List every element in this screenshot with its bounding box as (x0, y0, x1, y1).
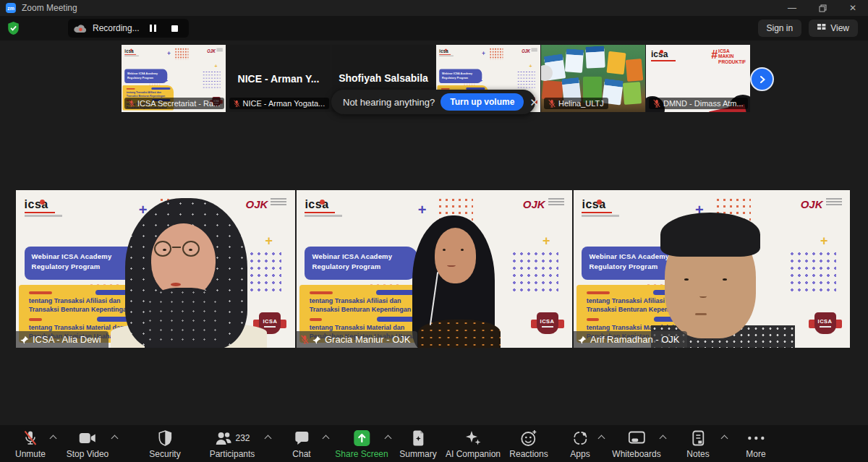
title-bar: zm Zoom Meeting — ✕ (0, 0, 868, 16)
more-dots-icon (747, 436, 765, 440)
spotlight-pin-icon (312, 335, 321, 344)
meeting-info-bar: Recording... Sign in View (0, 16, 868, 40)
muted-mic-icon (548, 99, 556, 108)
apps-button[interactable]: Apps (570, 430, 590, 459)
close-button[interactable]: ✕ (838, 0, 868, 16)
restore-icon (819, 4, 827, 12)
ojk-logo: OJK (207, 48, 223, 54)
cloud-recording-icon (74, 24, 87, 33)
recording-indicator: Recording... (68, 19, 189, 38)
audio-notification-toast: Not hearing anything? Turn up volume ✕ (331, 90, 535, 114)
turn-up-volume-button[interactable]: Turn up volume (441, 93, 524, 111)
plus-decoration: + (480, 79, 482, 84)
encryption-shield-icon[interactable] (7, 21, 20, 35)
dots-decoration (517, 70, 535, 88)
webinar-title-box: Webinar ICSA Academy Regulatory Program (124, 69, 167, 84)
video-name-tag: ICSA - Alia Dewi (16, 331, 109, 348)
video-tile-arif-ramadhan[interactable]: icsa OJK + + + Webinar ICSA Academy Regu… (574, 190, 850, 348)
ai-companion-icon (464, 429, 482, 447)
summary-button[interactable]: Summary (399, 430, 436, 459)
participants-count: 232 (235, 433, 250, 443)
video-tile-alia-dewi[interactable]: icsa OJK + + + Webinar ICSA Academy Regu… (16, 190, 295, 348)
participant-video-alia-dewi (16, 190, 295, 348)
minimize-button[interactable]: — (777, 0, 807, 16)
webinar-title-box: Webinar ICSA Academy Regulatory Program (439, 69, 482, 84)
unmute-button[interactable]: Unmute (15, 430, 46, 459)
icsa-logo: icsa (439, 48, 454, 56)
chat-button[interactable]: Chat (292, 430, 310, 459)
ai-companion-button[interactable]: AI Companion (446, 430, 501, 459)
icsa-makin-produktif-text: # ICSAMAKINPRODUKTIF (711, 48, 746, 64)
whiteboard-icon (628, 431, 645, 445)
chevron-right-icon (758, 75, 767, 84)
restore-button[interactable] (807, 0, 838, 16)
zoom-meeting-window: zm Zoom Meeting — ✕ Recording... Sign in… (0, 0, 868, 462)
stop-recording-button[interactable] (167, 21, 183, 35)
next-participants-page-button[interactable] (750, 67, 774, 91)
chat-options-chevron[interactable] (323, 435, 330, 442)
recording-label: Recording... (93, 23, 140, 33)
meeting-toolbar: Unmute Stop Video Security 232 Participa… (0, 425, 868, 462)
spotlight-pin-icon (578, 335, 587, 344)
unmute-options-chevron[interactable] (50, 435, 57, 442)
plus-decoration: + (482, 50, 485, 56)
participant-name-tag: DMND - Dimass Atm... (649, 98, 748, 109)
thumbnail-icsa-secretariat[interactable]: icsa OJK + + + Webinar ICSA Academy Regu… (122, 45, 226, 112)
participants-button[interactable]: 232 Participants (210, 430, 255, 459)
plus-decoration: + (167, 50, 170, 56)
stop-video-button[interactable]: Stop Video (67, 430, 109, 459)
plus-decoration: + (529, 64, 532, 69)
video-tile-gracia-maniur[interactable]: icsa OJK + + + Webinar ICSA Academy Regu… (297, 190, 572, 348)
apps-options-chevron[interactable] (598, 435, 605, 442)
security-shield-icon (158, 430, 172, 446)
dots-decoration (203, 70, 221, 88)
thumbnail-nice-arman[interactable]: NICE - Arman Y... NICE - Arman Yogata... (226, 45, 331, 112)
view-button[interactable]: View (809, 20, 858, 37)
toast-close-icon[interactable]: ✕ (529, 97, 539, 108)
muted-mic-icon (129, 99, 135, 108)
notes-options-chevron[interactable] (721, 435, 728, 442)
muted-mic-icon (234, 99, 240, 108)
more-button[interactable]: More (746, 430, 765, 459)
toast-message: Not hearing anything? (343, 97, 435, 108)
participant-video-arif-ramadhan (574, 190, 850, 348)
video-camera-icon (79, 432, 96, 445)
notes-button[interactable]: Notes (686, 430, 709, 459)
muted-mic-icon (653, 99, 660, 108)
whiteboards-button[interactable]: Whiteboards (612, 430, 660, 459)
apps-icon (572, 430, 588, 446)
participant-video-gracia-maniur (297, 190, 572, 348)
share-screen-button[interactable]: Share Screen (335, 430, 388, 459)
video-name-tag: Gracia Maniur - OJK (297, 331, 417, 348)
pause-recording-button[interactable] (145, 21, 161, 35)
view-grid-icon (817, 24, 826, 33)
video-options-chevron[interactable] (111, 435, 119, 442)
chat-bubble-icon (294, 431, 310, 445)
notes-icon (691, 430, 705, 446)
spotlight-pin-icon (20, 335, 29, 344)
icsa-logo: icsa (124, 48, 139, 56)
participant-name-tag: Helina_ULTJ (544, 98, 608, 109)
plus-decoration: + (165, 79, 168, 84)
dots-decoration (174, 48, 188, 59)
muted-mic-icon (301, 335, 309, 344)
security-button[interactable]: Security (149, 430, 180, 459)
dots-decoration (489, 48, 503, 59)
share-screen-icon (353, 429, 370, 447)
thumbnail-helina[interactable]: Helina_ULTJ (541, 45, 645, 112)
ojk-logo: OJK (522, 48, 537, 54)
window-title: Zoom Meeting (22, 3, 77, 13)
reactions-smiley-icon (520, 429, 537, 447)
video-name-tag: Arif Ramadhan - OJK (574, 331, 687, 348)
participant-name-tag: ICSA Secretariat - Ra... (124, 98, 224, 109)
sign-in-button[interactable]: Sign in (758, 20, 802, 37)
participants-options-chevron[interactable] (265, 435, 272, 442)
plus-decoration: + (215, 64, 218, 69)
zoom-logo-icon: zm (6, 3, 16, 13)
participant-name-tag: NICE - Arman Yogata... (229, 98, 329, 109)
summary-document-icon (411, 430, 425, 446)
participants-icon (214, 431, 231, 445)
reactions-button[interactable]: Reactions (509, 430, 548, 459)
muted-mic-icon (23, 430, 38, 446)
thumbnail-dmnd[interactable]: icsa # ICSAMAKINPRODUKTIF DMND - Dimass … (646, 45, 750, 112)
